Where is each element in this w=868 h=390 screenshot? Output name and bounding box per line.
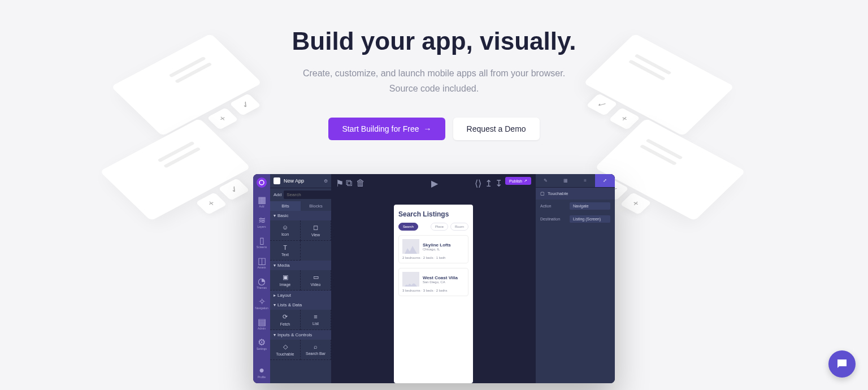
section-layout[interactable]: ▸Layout	[270, 291, 331, 300]
app-name[interactable]: New App	[284, 178, 304, 184]
prop-destination-value[interactable]: Listing (Screen)	[570, 215, 610, 223]
hero-title: Build your app, visually.	[0, 27, 868, 55]
upload-icon[interactable]: ↥	[485, 178, 491, 184]
phone-icon: ▯	[258, 236, 266, 244]
video-icon: ▭	[313, 274, 319, 281]
database-icon: ≡	[584, 178, 587, 183]
section-lists[interactable]: ▾Lists & Data	[270, 300, 331, 310]
prop-key: Action	[540, 204, 566, 208]
inspector-tab-data[interactable]: ≡	[575, 174, 595, 187]
crop-icon: ◻	[313, 224, 318, 231]
bit-image[interactable]: ▣Image	[270, 270, 301, 291]
image-icon: ▣	[283, 274, 288, 281]
chevron-down-icon: ▾	[274, 302, 276, 307]
listing-title: West Coast Villa	[423, 275, 458, 280]
tag-icon[interactable]: ⚑	[336, 178, 341, 184]
text-icon: T	[283, 244, 287, 251]
download-icon[interactable]: ↧	[495, 178, 501, 184]
rail-screens[interactable]: ▯Screens	[253, 236, 270, 249]
bit-icon[interactable]: ☺Icon	[270, 220, 301, 241]
expand-icon: ⤢	[603, 178, 607, 183]
chevron-down-icon: ▾	[274, 263, 276, 268]
chat-fab[interactable]	[828, 350, 856, 378]
tab-blocks[interactable]: Blocks	[301, 201, 331, 211]
add-label: Add	[274, 192, 281, 197]
searchbar-icon: ⌕	[314, 343, 318, 350]
listing-card[interactable]: Skyline Lofts Chicago, IL 2 bedrooms · 2…	[398, 235, 468, 263]
rail-admin[interactable]: ▤Admin	[253, 318, 270, 330]
section-inputs[interactable]: ▾Inputs & Controls	[270, 330, 331, 340]
rail-add[interactable]: ▦Add	[253, 196, 270, 208]
app-logo-icon[interactable]	[257, 177, 267, 188]
arrow-right-icon: →	[424, 124, 432, 133]
panel-left: New App ⚙ Add Bits Blocks ▾Basic ☺Icon ◻…	[270, 174, 331, 383]
hero-subtitle-2: Source code included.	[389, 84, 479, 93]
listing-card[interactable]: West Coast Villa San Diego, CA 3 bedroom…	[398, 268, 468, 296]
phone-title: Search Listings	[398, 210, 468, 218]
start-building-button[interactable]: Start Building for Free →	[328, 118, 445, 140]
listing-meta: 3 bedrooms · 3 beds · 2 baths	[402, 289, 465, 292]
inspector-tab-actions[interactable]: ⤢	[595, 174, 615, 187]
app-thumb-icon	[274, 177, 280, 184]
phone-preview: Search Listings Search Place Room Skylin…	[394, 205, 473, 383]
grid-icon: ▦	[563, 178, 568, 183]
rail-profile[interactable]: ●Profile	[253, 366, 270, 379]
rail-themes[interactable]: ◔Themes	[253, 277, 270, 289]
palette-icon: ◔	[258, 277, 266, 285]
user-icon: ●	[258, 366, 266, 374]
chevron-down-icon: ▾	[274, 213, 276, 218]
touchable-icon: ▢	[540, 191, 545, 196]
rail-navigation[interactable]: ✧Navigation	[253, 297, 270, 310]
brush-icon: ✎	[544, 178, 548, 183]
assets-icon: ◫	[258, 257, 266, 265]
listing-sub: San Diego, CA	[423, 280, 458, 284]
inspector-tab-styles[interactable]: ✎	[536, 174, 555, 187]
fetch-icon: ⟳	[283, 313, 288, 320]
tab-bits[interactable]: Bits	[270, 201, 301, 211]
plus-square-icon: ▦	[258, 196, 266, 203]
editor-rail: ▦Add ≋Layers ▯Screens ◫Assets ◔Themes ✧N…	[253, 174, 270, 383]
chevron-right-icon: ▸	[274, 293, 276, 298]
rail-layers[interactable]: ≋Layers	[253, 216, 270, 228]
chevron-down-icon: ▾	[274, 332, 276, 337]
play-icon[interactable]: ▶	[431, 178, 437, 184]
section-basic[interactable]: ▾Basic	[270, 211, 331, 220]
inspector-tab-layout[interactable]: ▦	[555, 174, 575, 187]
panel-right: ✎ ▦ ≡ ⤢ ▢ Touchable Action Navigate Dest…	[536, 174, 615, 383]
bit-text[interactable]: TText	[270, 241, 301, 261]
trash-icon[interactable]: 🗑	[356, 178, 362, 184]
inspector-header: ▢ Touchable	[536, 188, 615, 200]
layers-icon: ≋	[258, 216, 266, 224]
listing-meta: 2 bedrooms · 2 beds · 1 bath	[402, 256, 465, 259]
rail-assets[interactable]: ◫Assets	[253, 257, 270, 269]
smile-icon: ☺	[282, 224, 288, 231]
listing-thumb-icon	[402, 239, 419, 254]
start-building-label: Start Building for Free	[342, 124, 419, 133]
rocket-icon: ↗	[524, 179, 527, 183]
rail-settings[interactable]: ⚙Settings	[253, 338, 270, 350]
chip-search[interactable]: Search	[398, 223, 418, 231]
editor-topbar: ⚑ ⧉ 🗑 ▶ ⟨⟩ ↥ ↧ Publish↗	[331, 174, 536, 188]
app-settings-icon[interactable]: ⚙	[324, 179, 328, 184]
request-demo-button[interactable]: Request a Demo	[453, 118, 540, 140]
prop-action-value[interactable]: Navigate	[570, 202, 610, 210]
copy-icon[interactable]: ⧉	[346, 178, 351, 184]
bit-view[interactable]: ◻View	[301, 220, 331, 241]
bit-list[interactable]: ≡List	[301, 310, 331, 330]
bit-video[interactable]: ▭Video	[301, 270, 331, 291]
chip-room[interactable]: Room	[450, 223, 468, 231]
section-media[interactable]: ▾Media	[270, 261, 331, 270]
touchable-icon: ◇	[283, 343, 288, 350]
code-icon[interactable]: ⟨⟩	[475, 178, 480, 184]
editor-canvas: ⚑ ⧉ 🗑 ▶ ⟨⟩ ↥ ↧ Publish↗ Search Listings …	[331, 174, 536, 383]
admin-icon: ▤	[258, 318, 266, 326]
bit-fetch[interactable]: ⟳Fetch	[270, 310, 301, 330]
svg-point-0	[259, 180, 264, 185]
bit-searchbar[interactable]: ⌕Search Bar	[301, 340, 331, 360]
prop-key: Destination	[540, 217, 566, 221]
chip-place[interactable]: Place	[431, 223, 448, 231]
hero-subtitle-1: Create, customize, and launch mobile app…	[303, 68, 565, 78]
publish-button[interactable]: Publish↗	[505, 177, 531, 185]
bit-touchable[interactable]: ◇Touchable	[270, 340, 301, 360]
listing-title: Skyline Lofts	[423, 242, 451, 248]
